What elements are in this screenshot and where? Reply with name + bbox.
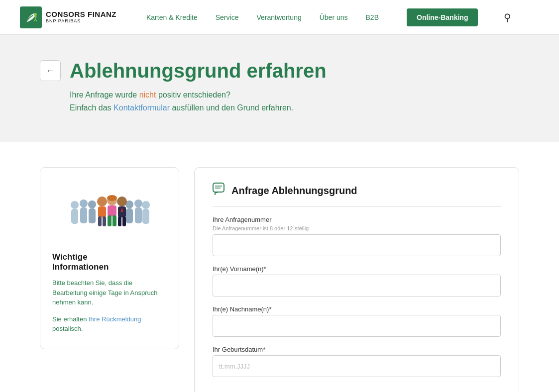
left-info-card: Wichtige Informationen Bitte beachten Si…	[40, 167, 179, 349]
logo-icon	[20, 6, 42, 28]
svg-point-6	[88, 200, 96, 208]
svg-rect-26	[122, 216, 126, 226]
hero-section: ← Ablehnungsgrund erfahren Ihre Anfrage …	[0, 35, 559, 142]
input-anfragenummer[interactable]	[213, 234, 501, 256]
svg-rect-21	[108, 215, 112, 226]
svg-point-10	[134, 199, 142, 207]
label-geburtsdatum: Ihr Geburtsdatum*	[213, 346, 501, 353]
nav-verantwortung[interactable]: Verantwortung	[256, 13, 301, 21]
svg-point-23	[117, 196, 127, 206]
svg-rect-5	[80, 207, 87, 223]
hint-anfragenummer: Die Anfragenummer ist 8 oder 12-stellig	[213, 225, 501, 231]
hero-subtitle2: Einfach das Kontaktformular ausfüllen un…	[70, 103, 488, 112]
search-icon[interactable]: ⚲	[504, 11, 511, 23]
nav-karten-kredite[interactable]: Karten & Kredite	[146, 13, 198, 21]
svg-rect-11	[135, 207, 142, 223]
svg-point-14	[97, 196, 107, 206]
svg-point-12	[142, 201, 150, 209]
info-text1: Bitte beachten Sie, dass die Bearbeitung…	[52, 278, 167, 307]
svg-rect-7	[89, 208, 96, 223]
svg-point-1	[34, 13, 37, 16]
hero-title: Ablehnungsgrund erfahren	[70, 60, 327, 82]
form-group-vorname: Ihr(e) Vorname(n)*	[213, 265, 501, 296]
svg-rect-13	[142, 209, 149, 224]
online-banking-button[interactable]: Online-Banking	[407, 8, 478, 26]
back-button-wrap: ← Ablehnungsgrund erfahren	[40, 60, 488, 82]
svg-rect-16	[98, 216, 102, 226]
hero-subtitle1: Ihre Anfrage wurde nicht positiv entschi…	[70, 91, 488, 99]
main-content: Wichtige Informationen Bitte beachten Si…	[0, 142, 559, 392]
info-title: Wichtige Informationen	[52, 252, 109, 272]
info-text2: Sie erhalten Ihre Rückmeldung postalisch…	[52, 314, 167, 334]
form-group-anfragenummer: Ihre Anfragenummer Die Anfragenummer ist…	[213, 216, 501, 256]
label-vorname: Ihr(e) Vorname(n)*	[213, 265, 501, 273]
logo-text: CONSORS FINANZ BNP PARIBAS	[46, 10, 116, 23]
label-anfragenummer: Ihre Anfragenummer	[213, 216, 501, 223]
form-title: Anfrage Ablehnungsgrund	[231, 185, 357, 196]
svg-rect-9	[126, 208, 133, 223]
svg-rect-20	[108, 205, 116, 216]
input-vorname[interactable]	[213, 275, 501, 296]
right-form-card: Anfrage Ablehnungsgrund Ihre Anfragenumm…	[194, 167, 519, 392]
main-nav: Karten & Kredite Service Verantwortung Ü…	[146, 8, 539, 26]
input-nachname[interactable]	[213, 315, 501, 337]
svg-rect-28	[213, 183, 224, 192]
nav-ueber-uns[interactable]: Über uns	[320, 13, 348, 21]
svg-rect-15	[98, 206, 106, 217]
form-group-nachname: Ihr(e) Nachname(n)*	[213, 305, 501, 337]
svg-rect-25	[118, 216, 121, 226]
logo-area: CONSORS FINANZ BNP PARIBAS	[20, 6, 116, 28]
header: CONSORS FINANZ BNP PARIBAS Karten & Kred…	[0, 0, 559, 35]
svg-point-2	[71, 201, 79, 209]
nav-service[interactable]: Service	[216, 13, 239, 21]
svg-point-19	[107, 195, 117, 201]
label-nachname: Ihr(e) Nachname(n)*	[213, 305, 501, 313]
input-geburtsdatum[interactable]	[213, 355, 501, 377]
nav-b2b[interactable]: B2B	[366, 13, 379, 21]
svg-rect-3	[71, 209, 78, 224]
illustration	[65, 183, 154, 242]
svg-rect-17	[103, 216, 106, 226]
form-header: Anfrage Ablehnungsgrund	[213, 183, 501, 207]
form-group-geburtsdatum: Ihr Geburtsdatum*	[213, 346, 501, 377]
svg-point-4	[80, 199, 88, 207]
svg-rect-22	[112, 215, 116, 226]
form-chat-icon	[213, 183, 225, 198]
back-button[interactable]: ←	[40, 60, 61, 81]
